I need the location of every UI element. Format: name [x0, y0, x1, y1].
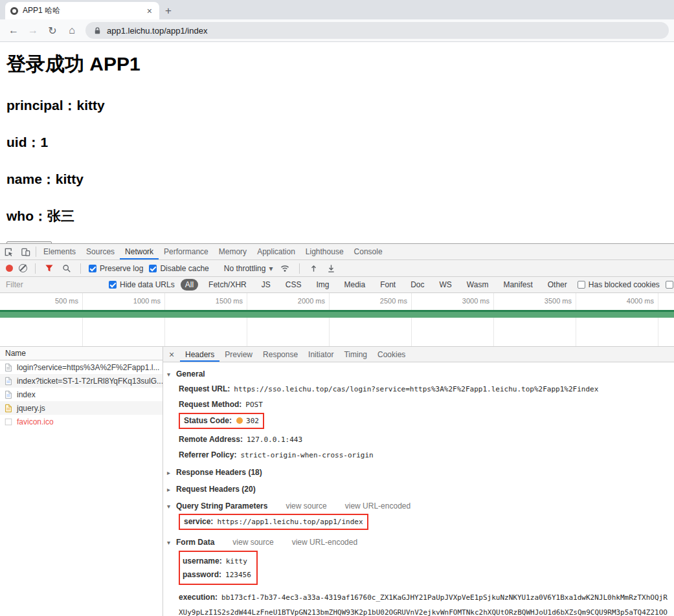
field-who: who：张三: [6, 207, 674, 225]
tab-lighthouse[interactable]: Lighthouse: [300, 244, 349, 259]
new-tab-button[interactable]: +: [159, 2, 177, 19]
network-filter-bar: Hide data URLs All Fetch/XHR JS CSS Img …: [0, 277, 674, 293]
filter-pill-fetch-xhr[interactable]: Fetch/XHR: [204, 279, 251, 291]
filter-pill-ws[interactable]: WS: [435, 279, 456, 291]
clear-button[interactable]: [19, 264, 27, 272]
request-row-favicon[interactable]: favicon.ico: [0, 415, 163, 428]
timeline-tick: 2000 ms: [247, 297, 325, 305]
reload-button[interactable]: ↻: [44, 22, 61, 39]
headers-content: ▾ General Request URL:https://sso.leichu…: [163, 362, 674, 616]
details-tab-response[interactable]: Response: [258, 347, 303, 362]
page-title: 登录成功 APP1: [6, 51, 674, 78]
details-tab-preview[interactable]: Preview: [219, 347, 258, 362]
address-bar[interactable]: app1.leichu.top/app1/index: [85, 22, 669, 39]
tab-close-icon[interactable]: ×: [145, 6, 154, 16]
filter-pill-css[interactable]: CSS: [281, 279, 306, 291]
lock-icon: [93, 27, 102, 35]
section-query-string[interactable]: ▾ Query String Parameters view source vi…: [167, 501, 668, 511]
view-url-encoded-link[interactable]: view URL-encoded: [292, 538, 357, 547]
document-icon: [4, 377, 13, 386]
details-tab-timing[interactable]: Timing: [339, 347, 372, 362]
field-label: name：: [6, 171, 56, 186]
details-tab-cookies[interactable]: Cookies: [372, 347, 410, 362]
field-label: uid：: [6, 135, 41, 149]
section-request-headers[interactable]: ▸ Request Headers (20): [167, 485, 668, 494]
triangle-expanded-icon: ▾: [167, 503, 173, 510]
close-details-icon[interactable]: ×: [163, 349, 180, 360]
section-form-data[interactable]: ▾ Form Data view source view URL-encoded: [167, 538, 668, 547]
import-har-icon[interactable]: [308, 260, 319, 276]
annotation-box-credentials: username:kitty password:123456: [179, 551, 258, 585]
tab-elements[interactable]: Elements: [38, 244, 81, 259]
filter-pill-doc[interactable]: Doc: [406, 279, 429, 291]
tab-network[interactable]: Network: [120, 244, 159, 259]
tab-memory[interactable]: Memory: [214, 244, 252, 259]
filter-pill-font[interactable]: Font: [376, 279, 400, 291]
triangle-expanded-icon: ▾: [167, 371, 173, 378]
preserve-log-checkbox[interactable]: Preserve log: [89, 264, 143, 273]
annotation-box: Status Code:302: [179, 413, 264, 429]
request-row-index-ticket[interactable]: index?ticket=ST-1-T2rLRl8YqFKq13sulG...: [0, 374, 163, 388]
details-tab-headers[interactable]: Headers: [180, 347, 219, 362]
row-username: username:kitty: [183, 556, 251, 566]
record-button[interactable]: [6, 265, 13, 272]
filter-pill-js[interactable]: JS: [257, 279, 275, 291]
checkbox-checked-icon: [89, 265, 96, 272]
request-row-jquery[interactable]: jquery.js: [0, 401, 163, 415]
device-toolbar-icon[interactable]: [17, 244, 34, 259]
home-button[interactable]: ⌂: [63, 22, 80, 39]
filter-toggle-icon[interactable]: [43, 260, 55, 276]
logout-button[interactable]: 退出登录: [6, 241, 52, 243]
hide-data-urls-checkbox[interactable]: Hide data URLs: [109, 280, 175, 289]
view-url-encoded-link[interactable]: view URL-encoded: [345, 501, 410, 511]
view-source-link[interactable]: view source: [286, 501, 326, 511]
checkbox-checked-icon: [149, 265, 157, 272]
filter-pill-img[interactable]: Img: [311, 279, 333, 291]
inspect-element-icon[interactable]: [0, 244, 17, 259]
row-referrer-policy: Referrer Policy:strict-origin-when-cross…: [179, 450, 668, 460]
details-tab-initiator[interactable]: Initiator: [303, 347, 339, 362]
tab-console[interactable]: Console: [349, 244, 388, 259]
checkbox-unchecked-icon: [666, 281, 673, 289]
tab-application[interactable]: Application: [252, 244, 300, 259]
has-blocked-cookies-checkbox[interactable]: Has blocked cookies: [578, 280, 660, 289]
section-general[interactable]: ▾ General: [167, 369, 668, 379]
triangle-collapsed-icon: ▸: [167, 469, 173, 476]
filter-pill-all[interactable]: All: [181, 279, 198, 291]
devtools-tabbar: Elements Sources Network Performance Mem…: [0, 244, 674, 260]
filter-pill-media[interactable]: Media: [339, 279, 370, 291]
annotation-box: service:https://app1.leichu.top/app1/ind…: [179, 514, 368, 530]
devtools-panel: Elements Sources Network Performance Mem…: [0, 243, 674, 616]
row-service-param: service:https://app1.leichu.top/app1/ind…: [179, 514, 668, 530]
disable-cache-checkbox[interactable]: Disable cache: [149, 264, 208, 273]
row-request-method: Request Method:POST: [179, 400, 668, 410]
export-har-icon[interactable]: [325, 260, 337, 276]
field-value: 张三: [47, 208, 74, 223]
name-column-header[interactable]: Name: [0, 347, 163, 360]
network-conditions-icon[interactable]: [278, 260, 291, 276]
timeline-gridline: [658, 293, 658, 346]
blocked-requests-checkbox[interactable]: Blocked Requests: [666, 280, 674, 289]
request-row-index[interactable]: index: [0, 388, 163, 401]
request-details-panel: × Headers Preview Response Initiator Tim…: [163, 347, 674, 616]
document-icon: [4, 363, 13, 372]
filter-pill-manifest[interactable]: Manifest: [499, 279, 537, 291]
search-icon[interactable]: [61, 260, 73, 276]
back-button[interactable]: ←: [5, 22, 22, 39]
view-source-link[interactable]: view source: [232, 538, 273, 547]
row-remote-address: Remote Address:127.0.0.1:443: [179, 435, 668, 445]
tab-sources[interactable]: Sources: [81, 244, 120, 259]
timeline-tick: 500 ms: [0, 297, 78, 305]
section-response-headers[interactable]: ▸ Response Headers (18): [167, 468, 668, 477]
network-overview-timeline[interactable]: 500 ms 1000 ms 1500 ms 2000 ms 2500 ms 3…: [0, 293, 674, 347]
filter-pill-other[interactable]: Other: [543, 279, 572, 291]
document-icon: [4, 390, 13, 399]
request-row-login[interactable]: login?service=https%3A%2F%2Fapp1.l...: [0, 360, 163, 374]
throttling-select[interactable]: No throttling ▾: [224, 264, 273, 273]
filter-input[interactable]: [6, 280, 103, 289]
browser-tab[interactable]: APP1 哈哈 ×: [5, 2, 159, 19]
tab-performance[interactable]: Performance: [159, 244, 214, 259]
forward-button[interactable]: →: [25, 22, 41, 39]
timeline-tick: 1000 ms: [82, 297, 161, 305]
filter-pill-wasm[interactable]: Wasm: [462, 279, 493, 291]
